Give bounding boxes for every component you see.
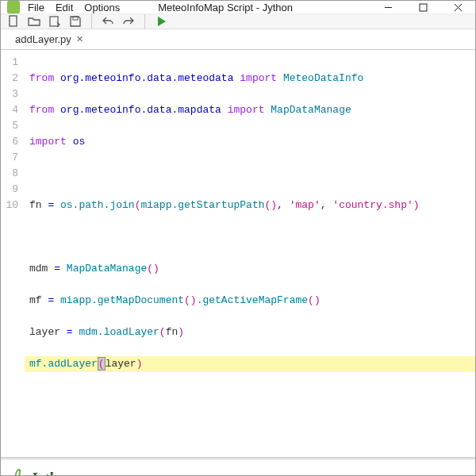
code-line: mf.addLayer(layer) — [25, 356, 475, 372]
svg-rect-5 — [50, 17, 58, 26]
undo-icon[interactable] — [102, 15, 114, 28]
line-gutter: 1 2 3 4 5 6 7 8 9 10 — [1, 50, 25, 409]
jython-logo-area: Jython — [10, 467, 466, 475]
separator — [91, 14, 92, 29]
code-area[interactable]: from org.meteoinfo.data.meteodata import… — [25, 50, 475, 409]
menu-file[interactable]: File — [28, 2, 44, 13]
tab-bar: addLayer.py ✕ — [1, 29, 475, 50]
save-icon[interactable] — [69, 15, 82, 28]
save-as-icon[interactable] — [48, 15, 61, 28]
titlebar: File Edit Options MeteoInfoMap Script - … — [1, 1, 475, 14]
code-line: mdm = MapDataManage() — [29, 261, 470, 277]
window-controls — [370, 1, 475, 13]
code-line: mf = miapp.getMapDocument().getActiveMap… — [29, 293, 470, 309]
close-button[interactable] — [440, 1, 475, 13]
toolbar — [1, 14, 475, 29]
code-line — [29, 229, 470, 245]
code-editor[interactable]: 1 2 3 4 5 6 7 8 9 10 from org.meteoinfo.… — [1, 50, 475, 409]
code-line: import os — [29, 134, 470, 150]
console-panel[interactable]: Jython Jython 2.7.2 (v2.7.2:925a3cc3b49d… — [1, 459, 475, 475]
code-line — [29, 166, 470, 182]
maximize-button[interactable] — [405, 1, 440, 13]
open-folder-icon[interactable] — [28, 15, 40, 28]
code-line: from org.meteoinfo.data.meteodata import… — [29, 71, 470, 86]
redo-icon[interactable] — [122, 15, 135, 28]
app-icon — [7, 1, 20, 13]
new-file-icon[interactable] — [7, 15, 20, 28]
run-icon[interactable] — [155, 15, 167, 28]
svg-rect-4 — [10, 16, 17, 26]
menu-edit[interactable]: Edit — [56, 2, 73, 13]
code-line: from org.meteoinfo.data.mapdata import M… — [29, 102, 470, 118]
svg-point-8 — [19, 470, 21, 471]
tab-addlayer[interactable]: addLayer.py ✕ — [7, 29, 91, 49]
editor-empty-area[interactable] — [1, 409, 475, 457]
jython-icon — [10, 467, 25, 475]
separator — [144, 14, 145, 29]
minimize-button[interactable] — [370, 1, 405, 13]
jython-label: Jython — [29, 470, 75, 475]
close-icon[interactable]: ✕ — [76, 34, 83, 44]
tab-label: addLayer.py — [15, 33, 71, 45]
window-title: MeteoInfoMap Script - Jython — [80, 2, 370, 13]
code-line: layer = mdm.loadLayer(fn) — [29, 324, 470, 340]
code-line: fn = os.path.join(miapp.getStartupPath()… — [29, 198, 470, 213]
svg-rect-1 — [420, 4, 427, 11]
